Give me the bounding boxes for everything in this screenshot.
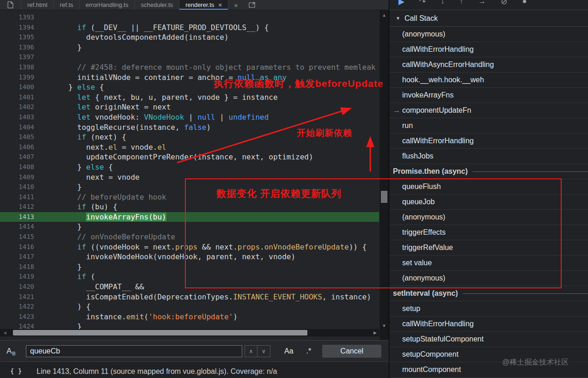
- code-line[interactable]: 1412 if (bu) {: [0, 202, 379, 212]
- code-line[interactable]: 1403 let vnodeHook: VNodeHook | null | u…: [0, 112, 379, 122]
- tab-ref.ts[interactable]: ref.ts: [54, 0, 80, 10]
- search-previous-button[interactable]: ∧: [245, 345, 257, 357]
- line-number[interactable]: 1416: [0, 242, 34, 252]
- scroll-left-arrow[interactable]: ◀: [3, 330, 6, 335]
- line-number[interactable]: 1403: [0, 112, 34, 122]
- line-number[interactable]: 1413: [0, 212, 34, 222]
- line-number[interactable]: 1410: [0, 182, 34, 192]
- line-number[interactable]: 1396: [0, 43, 34, 53]
- vertical-scroll-thumb[interactable]: [381, 191, 387, 203]
- callstack-frame[interactable]: run: [389, 118, 588, 134]
- line-number[interactable]: 1423: [0, 312, 34, 322]
- step-out-button[interactable]: ↑: [459, 0, 464, 6]
- callstack-frame[interactable]: invokeArrayFns: [389, 88, 588, 103]
- code-line[interactable]: 1414 }: [0, 222, 379, 232]
- code-line[interactable]: 1417 invokeVNodeHook(vnodeHook, parent, …: [0, 252, 379, 262]
- line-number[interactable]: 1401: [0, 92, 34, 103]
- code-line[interactable]: 1423 instance.emit('hook:beforeUpdate'): [0, 312, 379, 322]
- line-number[interactable]: 1408: [0, 162, 34, 172]
- callstack-frame[interactable]: mountComponent: [389, 362, 588, 378]
- code-line[interactable]: 1410 }: [0, 182, 379, 192]
- pretty-print-button[interactable]: { }: [10, 367, 22, 375]
- line-number[interactable]: 1417: [0, 252, 34, 262]
- code-line[interactable]: 1416 if ((vnodeHook = next.props && next…: [0, 242, 379, 252]
- tab-errorHandling.ts[interactable]: errorHandling.ts: [80, 0, 135, 10]
- tab-close-icon[interactable]: ×: [218, 1, 222, 9]
- callstack-frame[interactable]: Promise.then (async): [389, 164, 588, 179]
- callstack-frame[interactable]: callWithErrorHandling: [389, 317, 588, 332]
- callstack-frame[interactable]: →componentUpdateFn: [389, 103, 588, 118]
- line-number[interactable]: 1405: [0, 132, 34, 142]
- line-number[interactable]: 1400: [0, 82, 34, 92]
- line-number[interactable]: 1414: [0, 222, 34, 232]
- code-line[interactable]: 1394 if (__DEV__ || __FEATURE_PROD_DEVTO…: [0, 23, 379, 33]
- line-number[interactable]: 1415: [0, 232, 34, 242]
- cancel-button[interactable]: Cancel: [322, 345, 381, 358]
- callstack-frame[interactable]: queueFlush: [389, 179, 588, 195]
- line-number[interactable]: 1399: [0, 73, 34, 83]
- line-number[interactable]: 1398: [0, 62, 34, 73]
- code-line[interactable]: 1408 } else {: [0, 162, 379, 172]
- horizontal-scroll-thumb[interactable]: [13, 330, 307, 335]
- pause-on-exceptions-button[interactable]: ●: [522, 0, 527, 6]
- line-number[interactable]: 1404: [0, 122, 34, 133]
- code-line[interactable]: 1411 // beforeUpdate hook: [0, 192, 379, 202]
- line-number[interactable]: 1421: [0, 292, 34, 302]
- more-tabs-icon[interactable]: »: [228, 0, 243, 10]
- line-number[interactable]: 1406: [0, 142, 34, 152]
- vertical-scrollbar[interactable]: ▲ ▼: [379, 10, 389, 340]
- callstack-frame[interactable]: setup: [389, 301, 588, 317]
- callstack-frame[interactable]: setInterval (async): [389, 286, 588, 301]
- line-number[interactable]: 1409: [0, 172, 34, 183]
- code-line[interactable]: 1397: [0, 52, 379, 62]
- callstack-frame[interactable]: queueJob: [389, 195, 588, 210]
- code-line[interactable]: 1399 initialVNode = container = anchor =…: [0, 73, 379, 83]
- code-line[interactable]: 1400 } else {: [0, 82, 379, 92]
- match-case-toggle[interactable]: Aa: [284, 347, 294, 355]
- scroll-down-arrow[interactable]: ▼: [380, 323, 389, 328]
- code-line[interactable]: 1420 __COMPAT__ &&: [0, 282, 379, 292]
- horizontal-scrollbar[interactable]: ◀ ▶: [0, 329, 379, 336]
- regex-toggle[interactable]: .*: [306, 347, 312, 355]
- code-line[interactable]: 1396 }: [0, 43, 379, 53]
- code-line[interactable]: 1402 let originNext = next: [0, 102, 379, 112]
- callstack-header[interactable]: ▼ Call Stack: [389, 10, 588, 27]
- line-number[interactable]: 1418: [0, 262, 34, 272]
- line-number[interactable]: 1412: [0, 202, 34, 212]
- callstack-frame[interactable]: set value: [389, 256, 588, 271]
- code-line[interactable]: 1401 let { next, bu, u, parent, vnode } …: [0, 92, 379, 103]
- callstack-frame[interactable]: setupStatefulComponent: [389, 332, 588, 347]
- line-number[interactable]: 1395: [0, 32, 34, 43]
- step-button[interactable]: →: [478, 0, 486, 6]
- code-line[interactable]: 1422 ) {: [0, 302, 379, 312]
- callstack-frame[interactable]: flushJobs: [389, 149, 588, 164]
- callstack-frame[interactable]: callWithErrorHandling: [389, 134, 588, 149]
- code-line[interactable]: 1395 devtoolsComponentAdded(instance): [0, 32, 379, 43]
- code-line[interactable]: 1398 // #2458: deference mount-only obje…: [0, 62, 379, 73]
- scroll-up-arrow[interactable]: ▲: [380, 13, 389, 18]
- code-line[interactable]: 1405 if (next) {: [0, 132, 379, 142]
- scroll-right-arrow[interactable]: ▶: [374, 330, 377, 335]
- callstack-frame[interactable]: triggerEffects: [389, 225, 588, 240]
- line-number[interactable]: 1422: [0, 302, 34, 312]
- callstack-frame[interactable]: (anonymous): [389, 27, 588, 42]
- line-number[interactable]: 1402: [0, 102, 34, 112]
- code-line[interactable]: 1419 if (: [0, 272, 379, 282]
- line-number[interactable]: 1394: [0, 23, 34, 33]
- callstack-frame[interactable]: hook.__weh.hook.__weh: [389, 73, 588, 88]
- line-number[interactable]: 1397: [0, 52, 34, 62]
- callstack-frame[interactable]: setupComponent: [389, 347, 588, 362]
- code-line[interactable]: 1421 isCompatEnabled(DeprecationTypes.IN…: [0, 292, 379, 302]
- callstack-frame[interactable]: callWithAsyncErrorHandling: [389, 57, 588, 73]
- line-number[interactable]: 1407: [0, 152, 34, 162]
- tab-scheduler.ts[interactable]: scheduler.ts: [135, 0, 179, 10]
- tab-ref.html[interactable]: ref.html: [21, 0, 54, 10]
- callstack-frame[interactable]: callWithErrorHandling: [389, 42, 588, 57]
- code-line[interactable]: 1409 next = vnode: [0, 172, 379, 183]
- navigator-toggle-icon[interactable]: [0, 0, 21, 10]
- tab-actions-icon[interactable]: [243, 0, 261, 10]
- callstack-frame[interactable]: (anonymous): [389, 271, 588, 286]
- code-line[interactable]: 1407 updateComponentPreRender(instance, …: [0, 152, 379, 162]
- tab-renderer.ts[interactable]: renderer.ts×: [179, 0, 228, 10]
- line-number[interactable]: 1411: [0, 192, 34, 202]
